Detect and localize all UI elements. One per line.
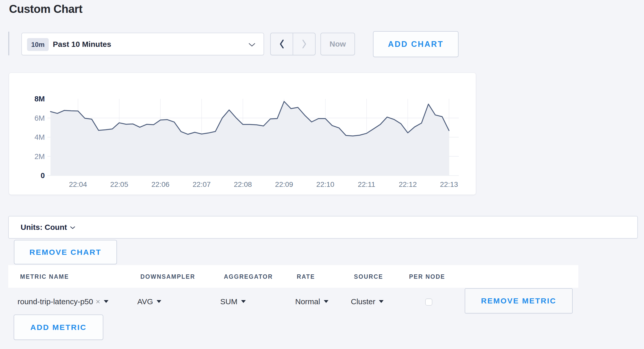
page-title: Custom Chart	[9, 3, 82, 15]
chevron-right-icon	[301, 39, 307, 49]
add-metric-button[interactable]: ADD METRIC	[14, 315, 103, 340]
rate-value: Normal	[295, 297, 320, 306]
rate-dropdown[interactable]: Normal	[295, 297, 328, 306]
metrics-table-header	[8, 265, 578, 288]
svg-text:22:09: 22:09	[275, 180, 293, 188]
time-next-button[interactable]	[293, 33, 315, 55]
caret-down-icon	[241, 300, 246, 303]
units-label: Units: Count	[21, 223, 67, 232]
svg-text:22:10: 22:10	[316, 180, 334, 188]
svg-text:22:08: 22:08	[234, 180, 252, 188]
chevron-down-icon	[249, 43, 255, 47]
time-range-select[interactable]: 10m Past 10 Minutes	[21, 33, 264, 55]
source-dropdown[interactable]: Cluster	[351, 297, 384, 306]
remove-chart-button[interactable]: REMOVE CHART	[14, 240, 117, 264]
svg-text:22:12: 22:12	[399, 180, 417, 188]
svg-text:22:13: 22:13	[440, 180, 458, 188]
downsampler-dropdown[interactable]: AVG	[137, 297, 161, 306]
svg-text:0: 0	[41, 171, 45, 180]
col-header-aggregator: AGGREGATOR	[224, 273, 273, 280]
col-header-downsampler: DOWNSAMPLER	[140, 273, 195, 280]
chevron-left-icon	[279, 39, 285, 49]
col-header-per-node: PER NODE	[409, 273, 445, 280]
per-node-checkbox[interactable]	[425, 299, 432, 306]
caret-down-icon	[324, 300, 328, 303]
svg-text:22:06: 22:06	[151, 180, 170, 188]
time-range-label: Past 10 Minutes	[53, 40, 111, 49]
col-header-rate: RATE	[297, 273, 315, 280]
remove-tag-icon[interactable]: ×	[96, 297, 100, 306]
source-value: Cluster	[351, 297, 375, 306]
svg-text:22:11: 22:11	[358, 180, 375, 188]
time-range-badge: 10m	[27, 38, 49, 51]
caret-down-icon	[379, 300, 384, 303]
svg-text:22:05: 22:05	[110, 180, 128, 188]
units-dropdown[interactable]: Units: Count	[8, 216, 638, 239]
metric-name-dropdown[interactable]: round-trip-latency-p50×	[18, 297, 108, 306]
svg-text:6M: 6M	[35, 114, 45, 122]
chevron-down-icon	[70, 226, 75, 229]
metric-name-value: round-trip-latency-p50	[18, 297, 93, 306]
add-chart-button[interactable]: ADD CHART	[373, 31, 459, 57]
svg-text:4M: 4M	[35, 133, 45, 141]
remove-metric-button[interactable]: REMOVE METRIC	[465, 288, 573, 313]
svg-text:8M: 8M	[35, 95, 45, 103]
svg-text:22:07: 22:07	[193, 180, 211, 188]
now-button[interactable]: Now	[320, 33, 355, 55]
col-header-metric-name: METRIC NAME	[20, 273, 69, 280]
chart-card: 02M4M6M8M22:0422:0522:0622:0722:0822:092…	[9, 73, 476, 195]
svg-text:22:04: 22:04	[69, 180, 87, 188]
timeseries-chart: 02M4M6M8M22:0422:0522:0622:0722:0822:092…	[9, 73, 476, 194]
caret-down-icon	[157, 300, 161, 303]
downsampler-value: AVG	[137, 297, 153, 306]
time-nav-group	[270, 33, 316, 55]
time-prev-button[interactable]	[271, 33, 293, 55]
svg-text:2M: 2M	[35, 152, 45, 161]
toolbar-accent-divider	[8, 32, 9, 55]
col-header-source: SOURCE	[354, 273, 383, 280]
aggregator-value: SUM	[220, 297, 238, 306]
caret-down-icon	[104, 300, 108, 303]
aggregator-dropdown[interactable]: SUM	[220, 297, 246, 306]
